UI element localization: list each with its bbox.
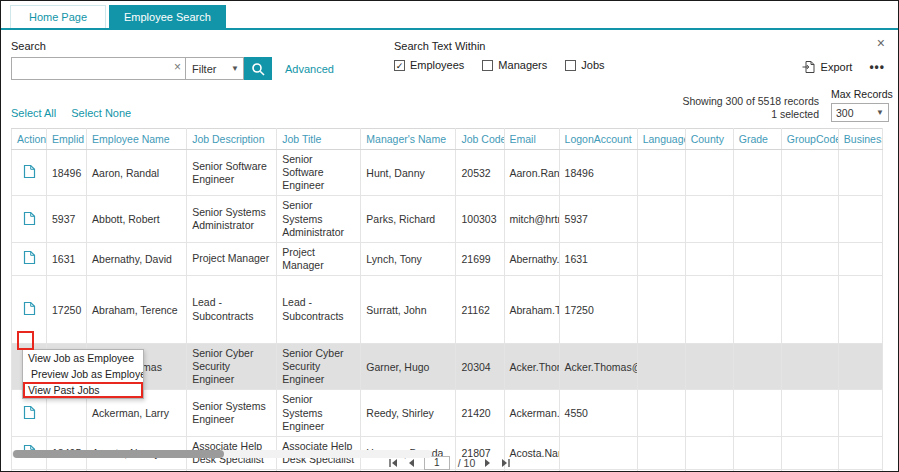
- content-panel: × Search × Filter ▼: [1, 30, 898, 472]
- cell-job-description: Senior Systems Engineer: [187, 390, 277, 436]
- cell-empty: [838, 242, 882, 275]
- cell-job-code: 21162: [456, 276, 504, 344]
- checkbox-checked-icon[interactable]: ✓: [394, 60, 405, 71]
- close-icon[interactable]: ×: [877, 36, 885, 50]
- checkbox-unchecked-icon[interactable]: [565, 60, 576, 71]
- cell-logon-account: 18496: [559, 150, 637, 196]
- cell-logon-account: Acker.Thomas@hr: [559, 344, 637, 390]
- cell-empty: [685, 390, 733, 436]
- status-bar: Select All Select None Showing 300 of 55…: [11, 88, 889, 122]
- cell-empty: [838, 344, 882, 390]
- cell-employee-name: Aaron, Randal: [87, 150, 187, 196]
- search-within-checkboxes: ✓EmployeesManagersJobs: [394, 59, 605, 71]
- max-records-label: Max Records: [831, 88, 889, 100]
- tab-bar: Home Page Employee Search: [1, 1, 898, 30]
- table-row[interactable]: 18496Aaron, RandalSenior Software Engine…: [12, 150, 883, 196]
- checkbox-managers[interactable]: Managers: [482, 59, 547, 71]
- app-window: Home Page Employee Search × Search × Fil…: [0, 0, 899, 472]
- cell-empty: [637, 196, 685, 242]
- column-header-county[interactable]: County: [685, 129, 733, 150]
- select-all-link[interactable]: Select All: [11, 107, 56, 119]
- last-page-button[interactable]: [500, 458, 511, 468]
- table-row[interactable]: 1631Abernathy, DavidProject ManagerProje…: [12, 242, 883, 275]
- search-button[interactable]: [244, 57, 272, 80]
- column-header-emplid[interactable]: Emplid: [47, 129, 87, 150]
- column-header-manager-s-name[interactable]: Manager's Name: [361, 129, 456, 150]
- cell-empty: [733, 242, 781, 275]
- employee-table: ActionEmplidEmployee NameJob Description…: [11, 128, 883, 472]
- first-page-button[interactable]: [388, 458, 399, 468]
- context-menu-item-view-past-jobs[interactable]: View Past Jobs: [23, 382, 143, 398]
- chevron-down-icon: ▼: [876, 108, 884, 117]
- search-area: Search × Filter ▼ Advance: [11, 40, 889, 80]
- cell-emplid: 18496: [47, 150, 87, 196]
- column-header-action[interactable]: Action: [12, 129, 47, 150]
- cell-empty: [637, 242, 685, 275]
- filter-value: Filter: [192, 63, 216, 75]
- document-action-icon: [23, 405, 36, 420]
- column-header-job-description[interactable]: Job Description: [187, 129, 277, 150]
- cell-email: Aaron.Randal: [504, 150, 559, 196]
- checkbox-label: Employees: [410, 59, 464, 71]
- column-header-job-title[interactable]: Job Title: [277, 129, 361, 150]
- horizontal-scrollbar-track[interactable]: [12, 450, 432, 458]
- document-action-icon: [23, 301, 36, 316]
- cell-empty: [733, 276, 781, 344]
- tab-employee-search[interactable]: Employee Search: [109, 5, 226, 28]
- column-header-grade[interactable]: Grade: [733, 129, 781, 150]
- cell-empty: [781, 150, 838, 196]
- table-header-row: ActionEmplidEmployee NameJob Description…: [12, 129, 883, 150]
- column-header-logonaccount[interactable]: LogonAccount: [559, 129, 637, 150]
- column-header-language[interactable]: Language: [637, 129, 685, 150]
- select-none-link[interactable]: Select None: [71, 107, 131, 119]
- row-action-button[interactable]: [12, 196, 47, 242]
- checkbox-employees[interactable]: ✓Employees: [394, 59, 464, 71]
- cell-emplid: 5937: [47, 196, 87, 242]
- row-action-button[interactable]: [12, 150, 47, 196]
- row-action-button[interactable]: [12, 276, 47, 344]
- search-input[interactable]: [11, 57, 186, 80]
- column-header-email[interactable]: Email: [504, 129, 559, 150]
- export-button[interactable]: Export: [802, 60, 853, 74]
- search-label: Search: [11, 40, 334, 52]
- cell-empty: [733, 390, 781, 436]
- horizontal-scrollbar-thumb[interactable]: [13, 450, 224, 458]
- cell-employee-name: Abernathy, David: [87, 242, 187, 275]
- showing-records-text: Showing 300 of 5518 records: [682, 95, 819, 109]
- cell-managers-name: Reedy, Shirley: [361, 390, 456, 436]
- cell-logon-account: 4550: [559, 390, 637, 436]
- context-menu-item-view-job-as-employee[interactable]: View Job as Employee: [23, 350, 143, 366]
- checkbox-unchecked-icon[interactable]: [482, 60, 493, 71]
- context-menu-item-preview-job-as-employee[interactable]: Preview Job as Employee: [23, 366, 143, 382]
- clear-search-icon[interactable]: ×: [174, 61, 181, 73]
- table-row[interactable]: 17250Abraham, TerenceLead - Subcontracts…: [12, 276, 883, 344]
- cell-job-description: Senior Software Engineer: [187, 150, 277, 196]
- filter-dropdown[interactable]: Filter ▼: [186, 57, 244, 80]
- menu-item-label: View Job as Employee: [28, 352, 134, 364]
- cell-employee-name: Abbott, Robert: [87, 196, 187, 242]
- column-header-groupcode[interactable]: GroupCode: [781, 129, 838, 150]
- cell-managers-name: Parks, Richard: [361, 196, 456, 242]
- cell-empty: [685, 196, 733, 242]
- next-page-button[interactable]: [483, 458, 492, 468]
- cell-logon-account: 1631: [559, 242, 637, 275]
- cell-email: Abernathy.Da: [504, 242, 559, 275]
- prev-page-button[interactable]: [407, 458, 416, 468]
- cell-email: Abraham.Ter: [504, 276, 559, 344]
- tab-home-page[interactable]: Home Page: [10, 5, 106, 28]
- table-row[interactable]: 5937Abbott, RobertSenior Systems Adminis…: [12, 196, 883, 242]
- column-header-employee-name[interactable]: Employee Name: [87, 129, 187, 150]
- cell-empty: [637, 344, 685, 390]
- max-records-dropdown[interactable]: 300 ▼: [831, 103, 889, 122]
- column-header-business-u[interactable]: Business_U: [838, 129, 882, 150]
- column-header-job-code[interactable]: Job Code: [456, 129, 504, 150]
- cell-employee-name: Abraham, Terence: [87, 276, 187, 344]
- row-action-button[interactable]: [12, 242, 47, 275]
- cell-managers-name: Lynch, Tony: [361, 242, 456, 275]
- checkbox-jobs[interactable]: Jobs: [565, 59, 604, 71]
- more-options-button[interactable]: •••: [869, 60, 885, 74]
- cell-empty: [781, 242, 838, 275]
- advanced-link[interactable]: Advanced: [285, 63, 334, 75]
- selection-links: Select All Select None: [11, 107, 131, 122]
- document-action-icon: [23, 211, 36, 226]
